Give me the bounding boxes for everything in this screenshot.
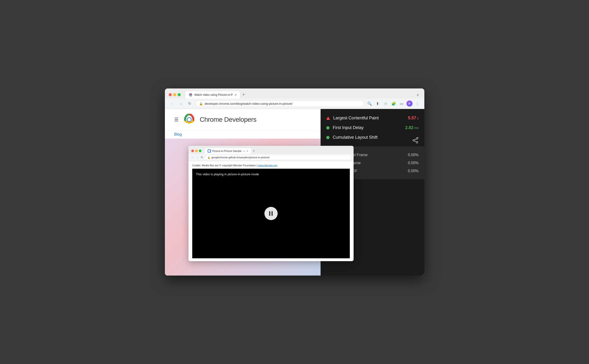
- tab-close-button[interactable]: ×: [235, 93, 237, 97]
- toolbar-icons: 🔍 ⬆ ☆ 🧩 ▭ P ⋮: [366, 100, 421, 107]
- inner-fullscreen-button[interactable]: [199, 150, 201, 152]
- inner-page: Credits: Media files are © copyright Ble…: [188, 161, 354, 261]
- traffic-lights: [169, 93, 181, 96]
- max-dropped-frame-value: 0.00%: [408, 161, 418, 165]
- inner-omnibox-bar: ← → ↻ 🔒 googlechrome.github.io/samples/p…: [188, 154, 354, 161]
- inner-active-tab[interactable]: Picture-in-Picture Sample ▭ ×: [205, 148, 251, 154]
- p95-dropped-frame-value: 0.00%: [408, 169, 418, 173]
- reload-button[interactable]: ↻: [187, 100, 193, 107]
- omnibox-bar: ← → ↻ 🔒 developer.chrome.com/blog/watch-…: [165, 98, 424, 109]
- chrome-logo: [183, 114, 195, 125]
- pause-bar-left: [269, 211, 270, 216]
- video-player[interactable]: This video is playing in picture-in-pict…: [192, 169, 350, 258]
- minimize-button[interactable]: [173, 93, 176, 96]
- back-button[interactable]: ←: [169, 100, 175, 107]
- inner-omnibox[interactable]: 🔒 googlechrome.github.io/samples/picture…: [205, 155, 351, 159]
- svg-line-10: [414, 141, 416, 142]
- inner-back-button[interactable]: ←: [191, 156, 194, 159]
- pause-bar-right: [272, 211, 273, 216]
- inner-tabs: Picture-in-Picture Sample ▭ × +: [205, 148, 351, 154]
- cls-status-indicator: [326, 136, 330, 139]
- new-tab-button[interactable]: +: [240, 91, 247, 98]
- extensions-icon[interactable]: 🧩: [390, 100, 397, 107]
- share-icon[interactable]: ⬆: [374, 100, 381, 107]
- lock-icon: 🔒: [199, 102, 203, 105]
- tab-favicon: [189, 93, 193, 97]
- svg-point-9: [416, 142, 418, 143]
- blender-link[interactable]: www.blender.org: [258, 164, 277, 167]
- fid-metric-row: First Input Delay 2.82ms: [326, 123, 419, 133]
- close-button[interactable]: [169, 93, 172, 96]
- inner-url-display: googlechrome.github.io/samples/picture-i…: [212, 156, 270, 159]
- tab-expand-button[interactable]: ∨: [415, 91, 421, 98]
- inner-new-tab-button[interactable]: +: [251, 148, 257, 154]
- fid-metric-name: First Input Delay: [333, 125, 402, 130]
- hamburger-menu[interactable]: ☰: [174, 117, 179, 123]
- inner-tab-close[interactable]: ×: [246, 150, 248, 152]
- pause-icon: [269, 211, 273, 216]
- tab-title: Watch video using Picture-in-P: [194, 93, 233, 97]
- browser-window: Watch video using Picture-in-P × + ∨ ← →…: [165, 88, 424, 276]
- inner-tab-favicon: [207, 149, 211, 153]
- forward-button[interactable]: →: [178, 100, 184, 107]
- inner-lock-icon: 🔒: [207, 156, 210, 159]
- video-caption: This video is playing in picture-in-pict…: [196, 172, 259, 176]
- svg-point-5: [187, 118, 191, 122]
- lcp-warning-indicator: [326, 117, 330, 120]
- site-title: Chrome Developers: [200, 116, 257, 123]
- avg-dropped-frame-value: 0.00%: [408, 153, 418, 157]
- cast-icon: ▭: [243, 150, 245, 152]
- split-view-icon[interactable]: ▭: [398, 100, 405, 107]
- title-bar: Watch video using Picture-in-P × + ∨: [165, 88, 424, 98]
- fid-metric-value: 2.82ms: [405, 125, 419, 130]
- active-tab[interactable]: Watch video using Picture-in-P ×: [185, 91, 240, 98]
- page-content: ☰ Chrome Developers Blog: [165, 109, 424, 276]
- web-vitals-section: Largest Contentful Paint 5.57s First Inp…: [321, 109, 424, 147]
- inner-reload-button[interactable]: ↻: [201, 156, 203, 159]
- blog-nav-link[interactable]: Blog: [174, 132, 182, 136]
- url-display: developer.chrome.com/blog/watch-video-us…: [205, 102, 360, 105]
- inner-traffic-lights: [191, 150, 201, 152]
- omnibox[interactable]: 🔒 developer.chrome.com/blog/watch-video-…: [195, 100, 364, 107]
- svg-point-7: [416, 137, 418, 139]
- cls-metric-row: Cumulative Layout Shift -: [326, 133, 419, 142]
- pause-button[interactable]: [265, 207, 278, 220]
- share-icon[interactable]: [412, 137, 419, 144]
- profile-avatar[interactable]: P: [406, 100, 413, 107]
- inner-browser-window: Picture-in-Picture Sample ▭ × + ← → ↻: [188, 146, 354, 261]
- share-icon-container: [412, 137, 419, 145]
- credits-text: Credits: Media files are © copyright Ble…: [192, 164, 350, 167]
- menu-icon[interactable]: ⋮: [414, 100, 421, 107]
- svg-point-6: [208, 150, 210, 152]
- search-icon[interactable]: 🔍: [366, 100, 373, 107]
- inner-close-button[interactable]: [191, 150, 194, 152]
- cls-metric-name: Cumulative Layout Shift: [333, 135, 414, 140]
- inner-forward-button[interactable]: →: [196, 156, 199, 159]
- lcp-metric-row: Largest Contentful Paint 5.57s: [326, 113, 419, 123]
- inner-tab-title: Picture-in-Picture Sample: [212, 150, 242, 152]
- tabs-container: Watch video using Picture-in-P × + ∨: [185, 91, 421, 98]
- svg-line-11: [414, 139, 416, 140]
- fid-status-indicator: [326, 126, 330, 130]
- lcp-metric-value: 5.57s: [408, 116, 418, 121]
- fullscreen-button[interactable]: [178, 93, 181, 96]
- inner-title-bar: Picture-in-Picture Sample ▭ × +: [188, 146, 354, 154]
- lcp-metric-name: Largest Contentful Paint: [333, 116, 405, 121]
- inner-minimize-button[interactable]: [195, 150, 198, 152]
- svg-point-8: [413, 140, 414, 141]
- bookmark-icon[interactable]: ☆: [382, 100, 389, 107]
